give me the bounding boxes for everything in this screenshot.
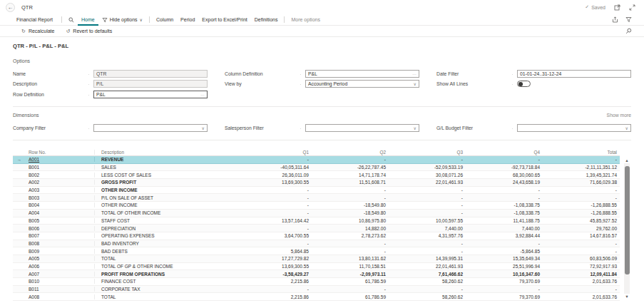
q4-cell[interactable]: -92,73,718.84 — [466, 165, 543, 170]
q1-cell[interactable]: - — [235, 202, 312, 207]
table-row[interactable]: B002LESS COST OF SALES26,36,011.0914,71,… — [13, 171, 620, 179]
description-cell[interactable]: REVENUE — [94, 157, 235, 162]
total-cell[interactable]: 14,67,816.57 — [543, 233, 620, 238]
total-cell[interactable]: 45,85,927.52 — [543, 218, 620, 223]
vertical-scrollbar[interactable]: ▲ ▼ — [624, 158, 630, 299]
row-definition-field[interactable]: P&L … — [93, 91, 208, 98]
q3-cell[interactable]: 10,00,597.55 — [389, 218, 466, 223]
table-row[interactable]: A002GROSS PROFIT13,69,300.5511,51,608.71… — [13, 179, 620, 187]
row-no-cell[interactable]: B010 — [26, 279, 94, 284]
total-cell[interactable]: - — [543, 188, 620, 192]
q2-cell[interactable]: - — [312, 249, 389, 254]
total-cell[interactable]: - — [543, 249, 620, 254]
more-options-button[interactable]: More options — [287, 17, 323, 22]
q2-cell[interactable]: 11,51,608.71 — [312, 180, 389, 185]
q4-cell[interactable]: 79,370.69 — [466, 294, 543, 299]
total-cell[interactable]: - — [543, 241, 620, 246]
chevron-down-icon[interactable]: ∨ — [414, 125, 416, 130]
table-row[interactable]: B003P/L ON SALE OF ASSET----- — [13, 194, 620, 202]
q1-cell[interactable]: 13,69,300.55 — [235, 180, 312, 185]
q2-cell[interactable]: 14,71,178.74 — [312, 173, 389, 178]
q3-cell[interactable]: 4,31,957.76 — [389, 233, 466, 238]
row-no-cell[interactable]: B005 — [26, 218, 94, 223]
total-cell[interactable]: 71,66,029.38 — [543, 180, 620, 185]
q2-cell[interactable]: 14,882.00 — [312, 226, 389, 231]
table-row[interactable]: B011CORPORATE TAX----- — [13, 286, 620, 294]
row-no-cell[interactable]: B003 — [26, 195, 94, 200]
description-cell[interactable]: BAD DEBTS — [94, 249, 235, 254]
table-row[interactable]: B005STAFF COST13,57,164.4210,86,975.8010… — [13, 217, 620, 225]
total-cell[interactable]: -1,26,888.55 — [543, 202, 620, 207]
q1-cell[interactable]: 5,864.85 — [235, 249, 312, 254]
lookup-ellipsis-icon[interactable]: … — [200, 92, 205, 96]
chevron-down-icon[interactable]: ∨ — [625, 125, 628, 130]
q4-cell[interactable]: 7,440.00 — [466, 226, 543, 231]
q4-cell[interactable]: -5,864.85 — [466, 249, 543, 254]
menu-item-definitions[interactable]: Definitions — [251, 17, 282, 22]
table-row[interactable]: A006TOTAL OF GP & OTHER INCOME13,69,300.… — [13, 263, 620, 271]
row-no-cell[interactable]: A005 — [26, 256, 94, 261]
description-cell[interactable]: PROFIT FROM OPERATIONS — [94, 272, 235, 277]
q1-cell[interactable]: 13,69,300.55 — [235, 264, 312, 269]
q4-cell[interactable]: 3,92,884.44 — [466, 233, 543, 238]
q1-cell[interactable]: 2,215.86 — [235, 294, 312, 299]
menu-item-column[interactable]: Column — [153, 17, 177, 22]
q3-cell[interactable]: 58,260.62 — [389, 294, 466, 299]
q3-cell[interactable]: 22,01,461.93 — [389, 264, 466, 269]
q4-cell[interactable]: - — [466, 195, 543, 200]
q3-cell[interactable]: - — [389, 195, 466, 200]
q4-cell[interactable]: - — [466, 157, 543, 162]
q2-cell[interactable]: - — [312, 188, 389, 192]
table-row[interactable]: B008BAD INVENTORY----- — [13, 240, 620, 248]
description-cell[interactable]: TOTAL OF GP & OTHER INCOME — [94, 264, 235, 269]
q3-cell[interactable]: 30,08,071.26 — [389, 173, 466, 178]
chevron-down-icon[interactable]: ∨ — [202, 125, 205, 130]
q4-cell[interactable]: 11,41,188.75 — [466, 218, 543, 223]
description-cell[interactable]: OTHER INCOME — [94, 202, 235, 207]
q3-cell[interactable]: 7,61,466.62 — [389, 272, 466, 277]
menu-item-export[interactable]: Export to Excel/Print — [198, 17, 250, 22]
total-cell[interactable]: 1,39,45,321.74 — [543, 173, 620, 178]
description-cell[interactable]: GROSS PROFIT — [94, 180, 235, 185]
search-actions-button[interactable] — [65, 17, 78, 23]
table-row[interactable]: B004OTHER INCOME--18,549.80--1,08,338.75… — [13, 202, 620, 210]
q4-cell[interactable]: 24,43,658.19 — [466, 180, 543, 185]
row-no-cell[interactable]: B001 — [26, 165, 94, 170]
q3-cell[interactable]: -52,09,533.19 — [389, 165, 466, 170]
q3-cell[interactable]: - — [389, 202, 466, 207]
description-cell[interactable]: CORPORATE TAX — [94, 287, 235, 292]
description-cell[interactable]: TOTAL — [94, 294, 235, 299]
q2-cell[interactable]: 2,78,273.62 — [312, 233, 389, 238]
q3-cell[interactable]: - — [389, 249, 466, 254]
q2-cell[interactable]: 13,80,131.62 — [312, 256, 389, 261]
date-filter-field[interactable] — [517, 70, 631, 78]
column-definition-field[interactable]: P&L … — [305, 70, 419, 78]
row-no-cell[interactable]: A001 — [26, 157, 94, 162]
table-row[interactable]: B007OPERATING EXPENSES3,64,700.552,78,27… — [13, 232, 620, 240]
q3-cell[interactable]: - — [389, 287, 466, 292]
row-no-cell[interactable]: B008 — [26, 241, 94, 246]
description-cell[interactable]: DEPRECIATION — [94, 226, 235, 231]
row-no-cell[interactable]: B011 — [26, 287, 94, 292]
description-cell[interactable]: FINANCE COST — [94, 279, 235, 284]
q1-cell[interactable]: -3,58,429.27 — [235, 272, 312, 277]
q3-cell[interactable]: 7,440.00 — [389, 226, 466, 231]
q4-cell[interactable]: 79,370.69 — [466, 279, 543, 284]
share-button[interactable] — [608, 16, 622, 23]
table-row[interactable]: A007PROFIT FROM OPERATIONS-3,58,429.27-2… — [13, 270, 620, 278]
open-in-new-window-button[interactable] — [614, 4, 620, 11]
description-cell[interactable]: OTHER INCOME — [94, 188, 235, 192]
row-no-cell[interactable]: B006 — [26, 226, 94, 231]
description-cell[interactable]: STAFF COST — [94, 218, 235, 223]
q4-cell[interactable]: - — [466, 241, 543, 246]
total-cell[interactable]: 12,09,411.84 — [543, 272, 620, 277]
table-row[interactable]: B010FINANCE COST2,215.8661,786.5958,260.… — [13, 278, 620, 286]
q3-cell[interactable]: 22,01,461.93 — [389, 180, 466, 185]
q2-cell[interactable]: 61,786.59 — [312, 279, 389, 284]
q2-cell[interactable]: - — [312, 241, 389, 246]
q4-cell[interactable]: 68,30,060.65 — [466, 173, 543, 178]
row-no-cell[interactable]: B002 — [26, 173, 94, 178]
q2-cell[interactable]: 61,786.59 — [312, 294, 389, 299]
row-no-cell[interactable]: B004 — [26, 202, 94, 207]
q2-cell[interactable]: -18,549.80 — [312, 210, 389, 215]
